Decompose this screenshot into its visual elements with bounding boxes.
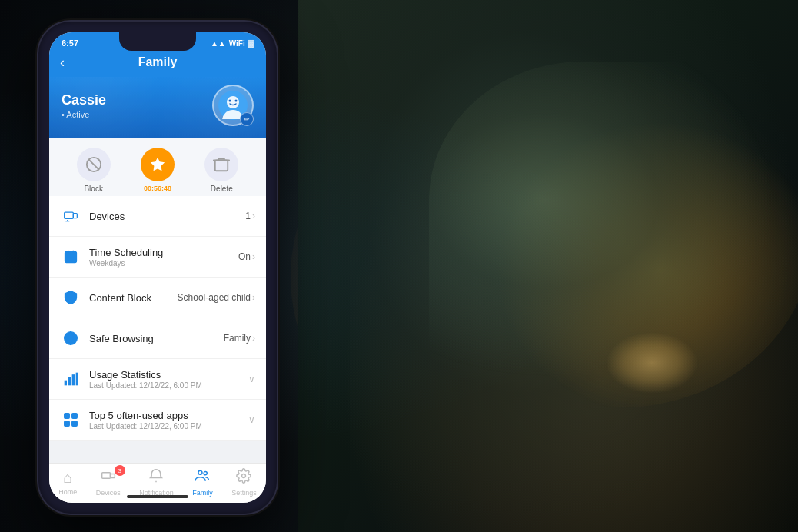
action-buttons-row: Block 00:56:48 bbox=[49, 138, 266, 196]
content-block-value: School-aged child › bbox=[178, 292, 255, 303]
app-header: ‹ Family bbox=[49, 51, 266, 77]
menu-item-devices[interactable]: Devices 1 › bbox=[49, 196, 266, 237]
devices-text: Devices bbox=[89, 211, 245, 222]
safe-browsing-value: Family › bbox=[224, 333, 255, 344]
menu-item-time-scheduling[interactable]: Time Scheduling Weekdays On › bbox=[49, 237, 266, 278]
nav-settings[interactable]: Settings bbox=[231, 468, 257, 497]
svg-rect-34 bbox=[72, 421, 78, 427]
svg-marker-7 bbox=[151, 158, 165, 171]
time-scheduling-icon bbox=[60, 246, 81, 268]
svg-rect-31 bbox=[65, 414, 70, 419]
top-apps-text: Top 5 often-used apps Last Updated: 12/1… bbox=[89, 410, 248, 431]
status-time: 6:57 bbox=[62, 38, 78, 48]
svg-rect-35 bbox=[101, 473, 110, 479]
nav-devices[interactable]: 3 Devices bbox=[96, 468, 121, 497]
svg-rect-33 bbox=[65, 421, 70, 427]
nav-notification[interactable]: Notification bbox=[139, 468, 174, 497]
family-nav-label: Family bbox=[192, 489, 213, 497]
svg-rect-30 bbox=[76, 373, 78, 386]
safe-browsing-title: Safe Browsing bbox=[89, 333, 224, 344]
profile-info: Cassie Active bbox=[62, 92, 106, 119]
profile-row: Cassie Active bbox=[62, 85, 254, 126]
profile-status: Active bbox=[62, 110, 106, 119]
header-title: Family bbox=[138, 55, 178, 69]
settings-nav-icon bbox=[236, 468, 251, 487]
svg-point-4 bbox=[235, 100, 238, 102]
usage-statistics-subtitle: Last Updated: 12/12/22, 6:00 PM bbox=[89, 381, 248, 390]
time-scheduling-text: Time Scheduling Weekdays bbox=[89, 247, 238, 268]
devices-icon bbox=[60, 205, 81, 227]
phone-notch bbox=[119, 32, 196, 51]
settings-nav-label: Settings bbox=[231, 489, 257, 497]
time-scheduling-subtitle: Weekdays bbox=[89, 259, 238, 268]
timer-value: 00:56:48 bbox=[144, 185, 171, 192]
svg-point-39 bbox=[204, 472, 208, 475]
phone-device: 6:57 ▲▲ WiFi ▓ ‹ Family Cassie Active bbox=[38, 22, 277, 514]
timer-action[interactable]: 00:56:48 bbox=[141, 148, 175, 193]
timer-icon bbox=[141, 148, 175, 181]
battery-icon: ▓ bbox=[248, 39, 254, 48]
status-icons: ▲▲ WiFi ▓ bbox=[211, 39, 254, 48]
menu-item-content-block[interactable]: Content Block School-aged child › bbox=[49, 278, 266, 318]
phone-frame: 6:57 ▲▲ WiFi ▓ ‹ Family Cassie Active bbox=[38, 22, 277, 514]
usage-statistics-chevron: ∨ bbox=[248, 374, 255, 384]
nav-home[interactable]: ⌂ Home bbox=[58, 469, 77, 496]
svg-rect-27 bbox=[65, 381, 67, 386]
home-nav-label: Home bbox=[58, 488, 77, 496]
notification-nav-icon bbox=[148, 468, 164, 487]
block-action[interactable]: Block bbox=[77, 148, 111, 193]
content-block-chevron: › bbox=[252, 292, 255, 303]
time-scheduling-value: On › bbox=[238, 251, 255, 262]
usage-statistics-icon bbox=[60, 368, 81, 390]
block-icon bbox=[77, 148, 111, 181]
usage-statistics-title: Usage Statistics bbox=[89, 369, 248, 381]
delete-label: Delete bbox=[211, 185, 233, 193]
svg-rect-32 bbox=[72, 414, 78, 419]
menu-item-usage-statistics[interactable]: Usage Statistics Last Updated: 12/12/22,… bbox=[49, 359, 266, 400]
top-apps-chevron: ∨ bbox=[248, 414, 255, 425]
back-button[interactable]: ‹ bbox=[60, 55, 65, 71]
delete-action[interactable]: Delete bbox=[204, 148, 238, 193]
svg-point-38 bbox=[198, 470, 202, 474]
top-apps-title: Top 5 often-used apps bbox=[89, 410, 248, 421]
block-label: Block bbox=[84, 185, 102, 193]
phone-screen: 6:57 ▲▲ WiFi ▓ ‹ Family Cassie Active bbox=[49, 32, 266, 503]
menu-item-safe-browsing[interactable]: Safe Browsing Family › bbox=[49, 318, 266, 359]
devices-nav-icon bbox=[101, 468, 116, 487]
time-scheduling-title: Time Scheduling bbox=[89, 247, 238, 258]
family-nav-icon bbox=[195, 468, 210, 487]
boy-photo-area bbox=[298, 0, 798, 532]
devices-chevron: › bbox=[252, 211, 255, 221]
content-block-text: Content Block bbox=[89, 292, 178, 304]
menu-item-top-apps[interactable]: Top 5 often-used apps Last Updated: 12/1… bbox=[49, 400, 266, 441]
top-apps-subtitle: Last Updated: 12/12/22, 6:00 PM bbox=[89, 422, 248, 431]
safe-browsing-chevron: › bbox=[252, 333, 255, 344]
safe-browsing-text: Safe Browsing bbox=[89, 333, 224, 344]
delete-icon bbox=[204, 148, 238, 181]
nav-family[interactable]: Family bbox=[192, 468, 213, 497]
svg-point-40 bbox=[242, 474, 246, 478]
top-apps-icon bbox=[60, 409, 81, 431]
safe-browsing-icon bbox=[60, 328, 81, 349]
svg-rect-29 bbox=[72, 374, 75, 385]
devices-value: 1 › bbox=[245, 211, 255, 221]
svg-rect-14 bbox=[73, 214, 77, 218]
wifi-icon: WiFi bbox=[229, 39, 245, 48]
svg-rect-28 bbox=[68, 377, 71, 386]
usage-statistics-text: Usage Statistics Last Updated: 12/12/22,… bbox=[89, 369, 248, 390]
devices-title: Devices bbox=[89, 211, 245, 222]
edit-badge[interactable]: ✏ bbox=[240, 112, 254, 126]
signal-icon: ▲▲ bbox=[211, 39, 226, 48]
home-indicator bbox=[127, 495, 188, 498]
svg-rect-36 bbox=[110, 474, 115, 478]
svg-point-1 bbox=[227, 96, 239, 108]
home-nav-icon: ⌂ bbox=[63, 469, 72, 487]
svg-point-3 bbox=[229, 100, 231, 102]
devices-nav-label: Devices bbox=[96, 489, 121, 497]
avatar[interactable]: ✏ bbox=[212, 85, 254, 126]
menu-list: Devices 1 › bbox=[49, 196, 266, 441]
devices-badge: 3 bbox=[115, 465, 125, 476]
profile-name: Cassie bbox=[62, 92, 106, 108]
svg-rect-13 bbox=[65, 212, 74, 218]
svg-rect-8 bbox=[215, 161, 228, 171]
